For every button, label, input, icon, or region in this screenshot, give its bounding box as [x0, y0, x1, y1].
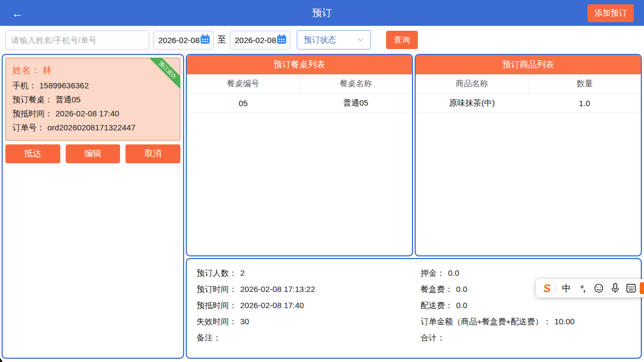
goods-list-title: 预订商品列表 [416, 55, 641, 74]
detail-line-remark: 备注： [197, 330, 421, 346]
content-area: 姓名： 林 手机： 15899636362 预订餐桌： 普通05 预抵时间： 2… [2, 54, 642, 359]
column-header: 餐桌名称 [300, 74, 412, 93]
detail-line-delivery-fee: 配送费：0.0 [421, 297, 641, 314]
table-list-column-headers: 餐桌编号 餐桌名称 [187, 74, 412, 94]
chevron-down-icon [357, 36, 364, 45]
reservation-list-panel: 姓名： 林 手机： 15899636362 预订餐桌： 普通05 预抵时间： 2… [2, 54, 184, 359]
table-list-title: 预订餐桌列表 [187, 55, 412, 74]
table-cell: 05 [187, 94, 299, 113]
details-left-column: 预订人数：2 预订时间：2026-02-08 17:13:22 预抵时间：202… [197, 265, 421, 346]
details-right-column: 押金：0.0 餐盒费：0.0 配送费：0.0 订单金额（商品+餐盒费+配送费）：… [421, 265, 641, 346]
page-title: 预订 [0, 6, 644, 19]
date-from-field[interactable]: 2026-02-08 [153, 31, 214, 50]
goods-list-column-headers: 商品名称 数量 [416, 74, 641, 94]
table-cell: 1.0 [528, 94, 641, 113]
column-header: 数量 [529, 74, 641, 93]
sogou-logo-icon[interactable]: S [540, 282, 554, 295]
detail-line-total: 合计： [421, 330, 641, 346]
right-column: 预订餐桌列表 餐桌编号 餐桌名称 05 普通05 预订商品列表 商品名称 数量 [186, 54, 642, 359]
detail-line-arrival-time: 预抵时间：2026-02-08 17:40 [197, 297, 421, 314]
table-row: 原味抹茶(中) 1.0 [416, 94, 641, 113]
emoji-icon[interactable] [591, 283, 607, 294]
cursor-artifact [0, 358, 3, 362]
reservation-arrival-time: 预抵时间： 2026-02-08 17:40 [12, 107, 173, 121]
status-select-value: 预订状态 [304, 35, 336, 45]
query-button[interactable]: 查询 [386, 31, 418, 49]
search-toolbar: 2026-02-08 至 2026-02-08 [0, 26, 644, 54]
detail-line-order-amount: 订单金额（商品+餐盒费+配送费）：10.00 [421, 314, 641, 330]
topbar: ← 预订 添加预订 [0, 0, 644, 26]
reservation-name: 姓名： 林 [12, 62, 173, 79]
search-input[interactable] [5, 30, 149, 50]
table-cell: 普通05 [299, 94, 412, 113]
table-list-panel: 预订餐桌列表 餐桌编号 餐桌名称 05 普通05 [186, 54, 413, 256]
card-actions: 抵达 编辑 取消 [5, 144, 180, 163]
date-range-to-label: 至 [218, 34, 226, 46]
add-reservation-button[interactable]: 添加预订 [587, 4, 634, 22]
chinese-mode-icon[interactable]: 中 [558, 282, 575, 295]
reservation-card[interactable]: 姓名： 林 手机： 15899636362 预订餐桌： 普通05 预抵时间： 2… [5, 58, 180, 141]
date-from-value: 2026-02-08 [158, 36, 200, 45]
edit-button[interactable]: 编辑 [66, 144, 121, 163]
status-select[interactable]: 预订状态 [297, 30, 371, 50]
tables-row: 预订餐桌列表 餐桌编号 餐桌名称 05 普通05 预订商品列表 商品名称 数量 [186, 54, 642, 256]
ime-divider [555, 283, 556, 293]
detail-line-booking-time: 预订时间：2026-02-08 17:13:22 [197, 281, 421, 297]
microphone-icon[interactable] [607, 283, 623, 294]
punctuation-icon[interactable]: °, [575, 284, 591, 293]
calendar-icon [200, 34, 211, 46]
table-cell: 原味抹茶(中) [416, 94, 528, 113]
reservation-order-no: 订单号： ord20260208171322447 [12, 121, 173, 135]
table-row: 05 普通05 [187, 94, 412, 113]
calendar-icon [276, 34, 287, 46]
ime-clipped-icon[interactable] [640, 282, 644, 294]
detail-line-expire-time: 失效时间：30 [197, 314, 421, 330]
date-to-field[interactable]: 2026-02-08 [230, 31, 290, 50]
details-panel: 预订人数：2 预订时间：2026-02-08 17:13:22 预抵时间：202… [186, 258, 642, 359]
date-to-value: 2026-02-08 [235, 36, 276, 45]
column-header: 餐桌编号 [187, 74, 300, 93]
ime-toolbar: S 中 °, [536, 279, 644, 297]
reservation-table: 预订餐桌： 普通05 [12, 93, 173, 107]
arrive-button[interactable]: 抵达 [5, 144, 60, 163]
keyboard-icon[interactable] [623, 283, 639, 294]
detail-line-guests: 预订人数：2 [197, 265, 421, 281]
reservation-phone: 手机： 15899636362 [12, 79, 173, 93]
column-header: 商品名称 [416, 74, 529, 93]
goods-list-panel: 预订商品列表 商品名称 数量 原味抹茶(中) 1.0 [415, 54, 642, 256]
cancel-button[interactable]: 取消 [125, 144, 180, 163]
